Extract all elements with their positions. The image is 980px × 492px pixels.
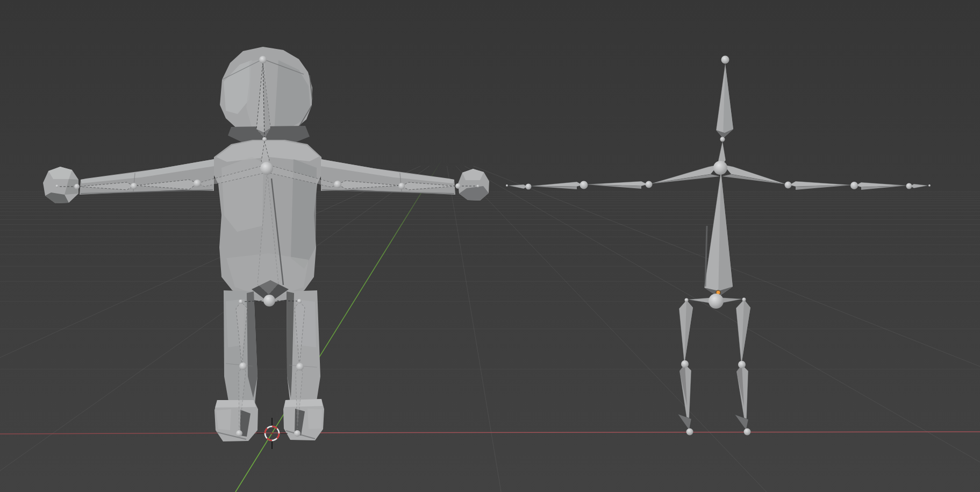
joint-sphere-wrist-l[interactable] xyxy=(526,184,532,190)
joint-sphere-ankle-l[interactable] xyxy=(686,429,693,436)
joint-sphere-knee-r[interactable] xyxy=(296,363,304,370)
joint-sphere-hand-tip-l[interactable] xyxy=(56,185,59,188)
joint-sphere-neck[interactable] xyxy=(720,137,725,142)
joint-sphere-hand-tip-l[interactable] xyxy=(506,184,508,187)
joint-sphere-pelvis[interactable] xyxy=(709,294,724,309)
joint-sphere-knee-l[interactable] xyxy=(681,360,689,368)
joint-sphere-wrist-l[interactable] xyxy=(74,184,80,189)
joint-sphere-hip-r[interactable] xyxy=(297,299,302,303)
joint-sphere-head-top[interactable] xyxy=(259,56,267,63)
joint-sphere-shoulder-l[interactable] xyxy=(646,181,653,188)
joint-sphere-elbow-r[interactable] xyxy=(850,182,858,189)
joint-sphere-wrist-r[interactable] xyxy=(906,183,912,189)
shoe-right-facet[interactable] xyxy=(307,409,322,429)
viewport-canvas[interactable] xyxy=(0,0,980,492)
joint-sphere-knee-l[interactable] xyxy=(239,362,247,370)
joint-sphere-elbow-r[interactable] xyxy=(398,183,405,189)
joint-sphere-shoulder-r[interactable] xyxy=(334,181,341,188)
joint-sphere-toe-l[interactable] xyxy=(236,430,242,437)
shoe-left-cuff[interactable] xyxy=(215,400,256,408)
cursor-center-dot xyxy=(271,432,273,434)
joint-sphere-elbow-l[interactable] xyxy=(580,181,588,189)
joint-sphere-hip-r[interactable] xyxy=(742,298,746,302)
joint-sphere-hip-l[interactable] xyxy=(685,298,689,302)
joint-sphere-shoulder-l[interactable] xyxy=(194,180,201,187)
joint-sphere-pelvis[interactable] xyxy=(263,295,275,306)
joint-sphere-hip-l[interactable] xyxy=(239,300,243,304)
background-fill xyxy=(0,0,980,492)
joint-sphere-chest[interactable] xyxy=(260,162,273,175)
joint-sphere-hand-tip-r[interactable] xyxy=(477,185,480,188)
shoe-right-cuff[interactable] xyxy=(284,399,323,407)
joint-sphere-shoulder-r[interactable] xyxy=(785,182,792,189)
joint-sphere-elbow-l[interactable] xyxy=(131,183,137,189)
joint-sphere-wrist-r[interactable] xyxy=(455,183,461,189)
joint-sphere-hand-tip-r[interactable] xyxy=(928,184,931,187)
joint-sphere-head-top[interactable] xyxy=(721,56,729,64)
joint-sphere-neck[interactable] xyxy=(262,137,267,141)
joint-sphere-ankle-r[interactable] xyxy=(744,429,751,436)
joint-sphere-toe-r[interactable] xyxy=(294,430,301,437)
blender-3d-viewport[interactable] xyxy=(0,0,980,492)
shoe-left-facet[interactable] xyxy=(216,409,231,430)
joint-sphere-chest[interactable] xyxy=(713,161,727,175)
viewport-background xyxy=(0,0,980,492)
joint-sphere-knee-r[interactable] xyxy=(738,361,746,368)
